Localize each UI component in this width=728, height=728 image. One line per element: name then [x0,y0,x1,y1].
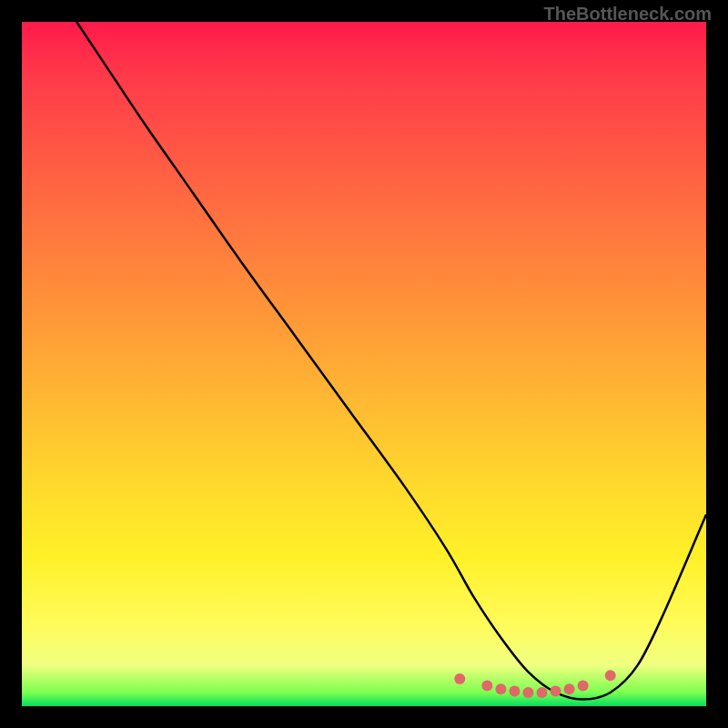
highlight-dot [537,687,548,698]
chart-area [22,22,706,706]
chart-svg [22,22,706,706]
highlight-dot [522,687,533,698]
bottleneck-curve [76,22,706,699]
highlight-dot [578,680,589,691]
highlight-dot [564,683,575,694]
watermark-text: TheBottleneck.com [544,4,712,25]
highlight-dot [481,680,492,691]
highlight-dots [454,670,615,698]
highlight-dot [605,670,616,681]
highlight-dot [509,685,520,696]
highlight-dot [551,685,561,696]
highlight-dot [454,673,465,684]
highlight-dot [495,683,506,694]
